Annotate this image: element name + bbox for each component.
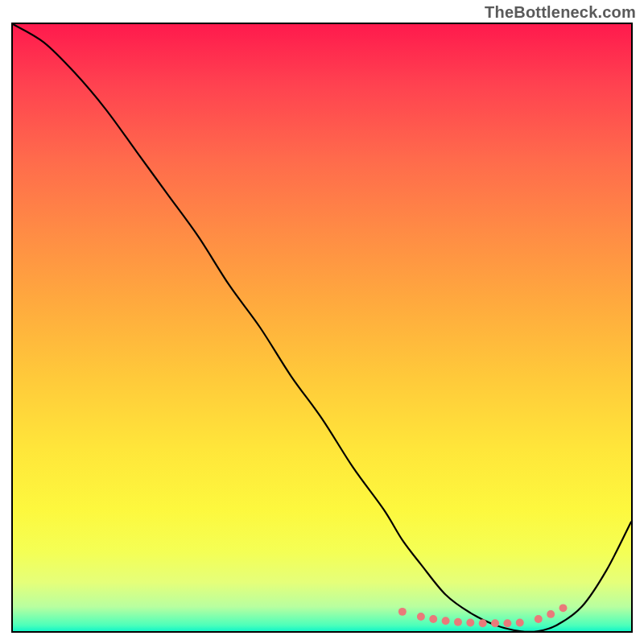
bottleneck-curve <box>13 24 631 631</box>
marker-point <box>417 613 425 621</box>
marker-point <box>442 617 450 625</box>
marker-point <box>535 615 543 623</box>
chart-container: TheBottleneck.com <box>0 0 644 644</box>
watermark-label: TheBottleneck.com <box>485 3 636 22</box>
marker-point <box>516 618 524 626</box>
marker-point <box>466 618 474 626</box>
marker-point <box>503 619 511 627</box>
marker-point <box>398 608 407 616</box>
marker-point <box>559 604 568 612</box>
plot-area <box>11 23 633 633</box>
curve-svg <box>13 24 631 631</box>
marker-point <box>547 610 555 618</box>
flat-region-markers <box>398 604 568 627</box>
marker-point <box>454 618 462 626</box>
marker-point <box>429 615 437 623</box>
marker-point <box>491 619 499 627</box>
marker-point <box>479 619 487 627</box>
